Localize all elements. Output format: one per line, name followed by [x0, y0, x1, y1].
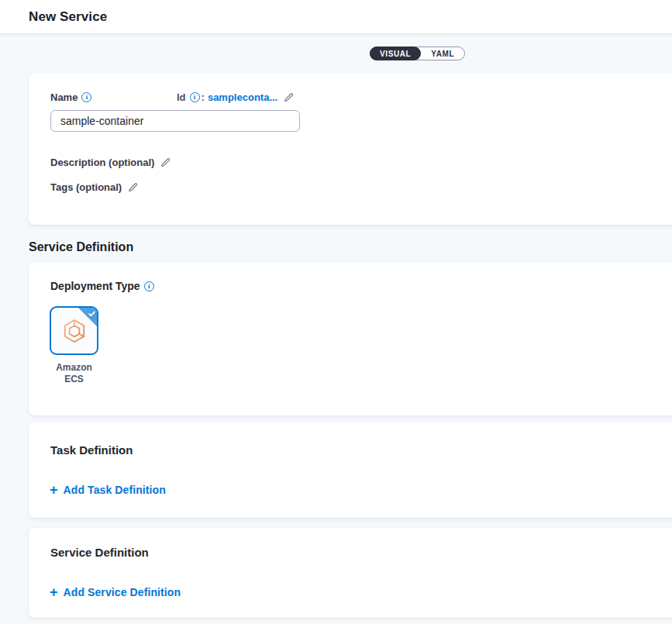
section-title-service-definition: Service Definition: [29, 240, 133, 254]
deployment-type-card: Deployment Type Amazon ECS: [29, 263, 672, 415]
plus-icon: +: [50, 586, 58, 598]
id-label: Id: [177, 91, 186, 103]
add-service-definition-label: Add Service Definition: [64, 586, 181, 598]
add-task-definition-label: Add Task Definition: [64, 484, 166, 496]
page-title: New Service: [29, 9, 107, 25]
tags-row: Tags (optional): [50, 181, 139, 193]
plus-icon: +: [50, 484, 58, 496]
service-definition-card: Service Definition + Add Service Definit…: [29, 528, 672, 618]
name-label: Name: [50, 91, 78, 103]
tags-label: Tags (optional): [50, 181, 122, 193]
tab-visual[interactable]: VISUAL: [370, 47, 421, 60]
service-overview-card: Name Id : sampleconta... Description (op…: [29, 73, 672, 225]
page: { "header": { "title": "New Service" }, …: [0, 0, 672, 624]
id-colon: :: [202, 91, 205, 103]
deployment-option-amazon-ecs[interactable]: [50, 306, 98, 355]
deployment-type-label-row: Deployment Type: [50, 280, 154, 292]
add-task-definition-button[interactable]: + Add Task Definition: [50, 484, 166, 496]
edit-id-icon[interactable]: [283, 91, 295, 103]
task-definition-card: Task Definition + Add Task Definition: [29, 422, 672, 518]
deployment-type-label: Deployment Type: [50, 280, 140, 292]
id-row: Id : sampleconta...: [177, 91, 295, 103]
id-value-link[interactable]: sampleconta...: [208, 91, 277, 103]
edit-description-icon[interactable]: [160, 157, 171, 168]
task-definition-title: Task Definition: [50, 443, 133, 457]
tab-yaml[interactable]: YAML: [421, 47, 464, 60]
deployment-option-label: Amazon ECS: [34, 362, 114, 385]
name-label-row: Name: [50, 91, 91, 103]
add-service-definition-button[interactable]: + Add Service Definition: [50, 586, 181, 598]
description-label: Description (optional): [50, 157, 154, 168]
visual-yaml-toggle: VISUAL YAML: [370, 47, 465, 60]
service-name-input[interactable]: [50, 110, 300, 132]
service-definition-title: Service Definition: [50, 546, 149, 559]
selected-check-icon: [78, 308, 97, 326]
edit-tags-icon[interactable]: [127, 181, 139, 193]
info-icon[interactable]: [190, 92, 200, 102]
page-header: New Service: [0, 0, 672, 34]
info-icon[interactable]: [81, 92, 91, 102]
info-icon[interactable]: [144, 281, 154, 291]
description-row: Description (optional): [50, 157, 171, 168]
